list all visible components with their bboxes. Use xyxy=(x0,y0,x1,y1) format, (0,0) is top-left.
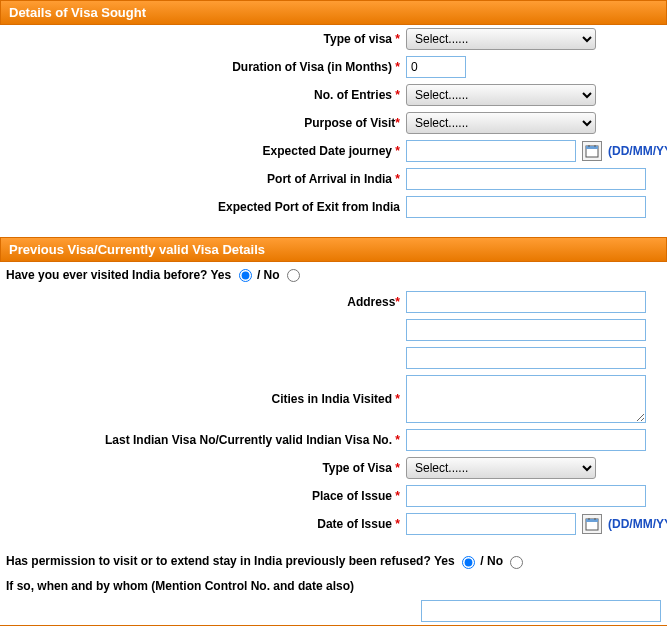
textarea-cities-visited[interactable] xyxy=(406,375,646,423)
svg-rect-5 xyxy=(586,519,598,522)
refused-question: Has permission to visit or to extend sta… xyxy=(0,548,667,574)
input-port-arrival[interactable] xyxy=(406,168,646,190)
calendar-icon[interactable] xyxy=(582,514,602,534)
label-purpose: Purpose of Visit* xyxy=(6,116,406,130)
label-expected-date: Expected Date journey * xyxy=(6,144,406,158)
label-place-of-issue: Place of Issue * xyxy=(6,489,406,503)
section-header-previous-visa: Previous Visa/Currently valid Visa Detai… xyxy=(0,237,667,262)
calendar-icon[interactable] xyxy=(582,141,602,161)
date-format-hint: (DD/MM/YYYY) xyxy=(608,144,667,158)
label-port-arrival: Port of Arrival in India * xyxy=(6,172,406,186)
label-duration: Duration of Visa (in Months) * xyxy=(6,60,406,74)
radio-visited-no[interactable] xyxy=(287,269,300,282)
label-last-visa-no: Last Indian Visa No/Currently valid Indi… xyxy=(6,433,406,447)
input-address-3[interactable] xyxy=(406,347,646,369)
label-prev-type-of-visa: Type of Visa * xyxy=(6,461,406,475)
label-address: Address* xyxy=(6,295,406,309)
label-if-so: If so, when and by whom (Mention Control… xyxy=(0,575,667,597)
section-header-visa-sought: Details of Visa Sought xyxy=(0,0,667,25)
input-last-visa-no[interactable] xyxy=(406,429,646,451)
input-duration[interactable] xyxy=(406,56,466,78)
input-port-exit[interactable] xyxy=(406,196,646,218)
label-type-of-visa: Type of visa * xyxy=(6,32,406,46)
date-format-hint: (DD/MM/YYYY) xyxy=(608,517,667,531)
radio-refused-no[interactable] xyxy=(510,556,523,569)
input-if-so-detail[interactable] xyxy=(421,600,661,622)
select-type-of-visa[interactable]: Select...... xyxy=(406,28,596,50)
visited-india-question: Have you ever visited India before? Yes … xyxy=(0,262,667,288)
label-port-exit: Expected Port of Exit from India xyxy=(6,200,406,214)
input-address-1[interactable] xyxy=(406,291,646,313)
label-date-of-issue: Date of Issue * xyxy=(6,517,406,531)
label-cities-visited: Cities in India Visited * xyxy=(6,392,406,406)
select-prev-type-of-visa[interactable]: Select...... xyxy=(406,457,596,479)
select-purpose[interactable]: Select...... xyxy=(406,112,596,134)
input-expected-date[interactable] xyxy=(406,140,576,162)
select-entries[interactable]: Select...... xyxy=(406,84,596,106)
radio-visited-yes[interactable] xyxy=(239,269,252,282)
radio-refused-yes[interactable] xyxy=(462,556,475,569)
input-place-of-issue[interactable] xyxy=(406,485,646,507)
input-address-2[interactable] xyxy=(406,319,646,341)
input-date-of-issue[interactable] xyxy=(406,513,576,535)
svg-rect-1 xyxy=(586,146,598,149)
label-entries: No. of Entries * xyxy=(6,88,406,102)
